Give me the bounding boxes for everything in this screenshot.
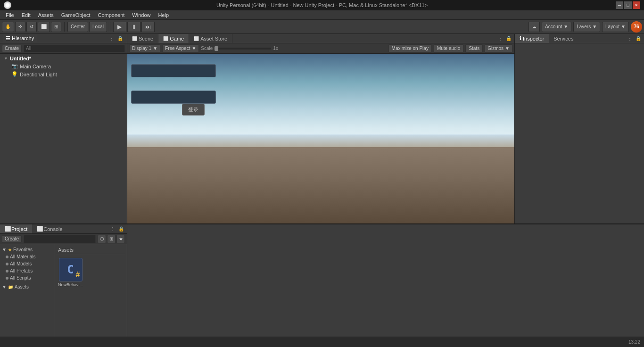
hierarchy-tab[interactable]: ☰ Hierarchy <box>3 34 37 42</box>
hierarchy-item-maincamera[interactable]: 📷 Main Camera <box>0 62 127 70</box>
project-panel: ⬜ Project ⬜ Console ⋮ 🔒 Create ⬡ <box>0 224 127 347</box>
ground-plane <box>127 147 514 223</box>
scene-options-button[interactable]: ⋮ <box>496 35 504 42</box>
hand-tool-button[interactable]: ✋ <box>2 22 14 32</box>
aspect-label: Free Aspect <box>165 46 190 51</box>
rotate-tool-button[interactable]: ↺ <box>26 22 37 32</box>
display-dropdown[interactable]: Display 1 ▼ <box>129 44 160 53</box>
inspector-tab[interactable]: ℹ Inspector <box>515 34 549 43</box>
right-tabs: ℹ Inspector Services ⋮ 🔒 <box>515 34 644 43</box>
menu-gameobject[interactable]: GameObject <box>58 11 94 19</box>
maximize-button[interactable]: □ <box>624 1 632 9</box>
hierarchy-options-button[interactable]: ⋮ <box>108 35 116 42</box>
project-label-button[interactable]: ⊞ <box>107 235 116 243</box>
aspect-dropdown[interactable]: Free Aspect ▼ <box>162 44 199 53</box>
menu-assets[interactable]: Assets <box>34 11 58 19</box>
transform-tool-button[interactable]: ⊞ <box>51 22 61 32</box>
gizmos-dropdown[interactable]: Gizmos ▼ <box>485 44 512 53</box>
menu-file[interactable]: File <box>2 11 18 19</box>
center-button[interactable]: Center <box>67 22 88 32</box>
sidebar-all-materials[interactable]: All Materials <box>0 253 54 260</box>
layout-chevron-icon: ▼ <box>621 24 626 29</box>
inspector-lock-button[interactable]: 🔒 <box>635 35 642 42</box>
project-lock-button[interactable]: 🔒 <box>117 225 125 233</box>
game-tab[interactable]: ⬜ Game <box>158 34 189 43</box>
account-dropdown[interactable]: Account ▼ <box>542 22 571 32</box>
rect-tool-button[interactable]: ⬜ <box>38 22 50 32</box>
game-scene: 登录 <box>127 54 514 223</box>
account-chevron-icon: ▼ <box>563 24 568 29</box>
minimize-button[interactable]: ─ <box>616 1 623 9</box>
scale-slider[interactable] <box>215 48 271 50</box>
game-tab-label: Game <box>170 36 184 41</box>
sidebar-all-models[interactable]: All Models <box>0 260 54 267</box>
project-tab[interactable]: ⬜ Project <box>0 224 32 233</box>
maximize-on-play-button[interactable]: Maximize on Play <box>388 44 432 53</box>
project-star-button[interactable]: ★ <box>116 235 125 243</box>
assets-label: Assets <box>15 284 29 289</box>
scene-tab[interactable]: ⬜ Scene <box>127 34 158 43</box>
project-options-button[interactable]: ⋮ <box>109 225 116 233</box>
hierarchy-item-directionallight[interactable]: 💡 Directional Light <box>0 70 127 78</box>
menu-component[interactable]: Component <box>94 11 128 19</box>
toolbar-right: ☁ Account ▼ Layers ▼ Layout ▼ 76 <box>528 21 642 33</box>
scene-tab-label: Scene <box>139 36 153 41</box>
hierarchy-search-input[interactable] <box>24 45 125 52</box>
favorites-section-header[interactable]: ▼ ★ Favorites <box>0 246 54 253</box>
asset-item-name: NewBehavi... <box>58 282 83 287</box>
menu-help[interactable]: Help <box>154 11 173 19</box>
layout-dropdown[interactable]: Layout ▼ <box>602 22 629 32</box>
hierarchy-create-button[interactable]: Create <box>2 45 22 52</box>
scene-lock-button[interactable]: 🔒 <box>505 35 512 42</box>
game-tab-icon: ⬜ <box>163 36 168 41</box>
stats-button[interactable]: Stats <box>465 44 483 53</box>
scene-tabs-right: ⋮ 🔒 <box>496 35 514 42</box>
asset-item-newbehaviour[interactable]: C # NewBehavi... <box>58 258 83 287</box>
project-tab-icon: ⬜ <box>5 226 11 232</box>
status-right: 13:22 <box>628 339 640 345</box>
inspector-options-button[interactable]: ⋮ <box>626 35 634 42</box>
move-tool-button[interactable]: ✛ <box>15 22 25 32</box>
hierarchy-lock-button[interactable]: 🔒 <box>116 35 124 42</box>
project-create-button[interactable]: Create <box>2 235 22 243</box>
game-viewport: 登录 <box>127 54 514 223</box>
play-button[interactable]: ▶ <box>113 22 126 32</box>
toolbar: ✋ ✛ ↺ ⬜ ⊞ Center Local ▶ ⏸ ⏭ ☁ Account ▼… <box>0 20 644 34</box>
all-models-label: All Models <box>10 261 32 266</box>
unity-icon <box>4 1 11 9</box>
expand-icon: ▼ <box>4 56 8 61</box>
pause-button[interactable]: ⏸ <box>127 22 140 32</box>
hierarchy-scene-root[interactable]: ▼ Untitled* <box>0 55 127 62</box>
sidebar-all-prefabs[interactable]: All Prefabs <box>0 267 54 274</box>
assets-section-header[interactable]: ▼ 📁 Assets <box>0 283 54 290</box>
project-folder-button[interactable]: ⬡ <box>98 235 106 243</box>
mute-audio-button[interactable]: Mute audio <box>434 44 463 53</box>
close-button[interactable]: ✕ <box>633 1 640 9</box>
cloud-button[interactable]: ☁ <box>528 22 540 32</box>
asset-store-tab[interactable]: ⬜ Asset Store <box>189 34 232 43</box>
services-tab[interactable]: Services <box>549 34 578 43</box>
sidebar-all-scripts[interactable]: All Scripts <box>0 274 54 281</box>
user-avatar[interactable]: 76 <box>631 21 642 33</box>
menu-window[interactable]: Window <box>128 11 154 19</box>
local-button[interactable]: Local <box>89 22 107 32</box>
pivot-tools: Center Local <box>67 22 107 32</box>
toolbar-separator-2 <box>110 22 110 32</box>
layers-dropdown[interactable]: Layers ▼ <box>573 22 600 32</box>
step-button[interactable]: ⏭ <box>141 22 155 32</box>
scene-tab-icon: ⬜ <box>132 36 137 41</box>
project-tab-icons: ⋮ 🔒 <box>109 225 127 233</box>
game-right-buttons: Maximize on Play Mute audio Stats Gizmos… <box>388 44 512 53</box>
menu-edit[interactable]: Edit <box>18 11 34 19</box>
scale-label: Scale <box>201 46 213 51</box>
assets-folder-icon: 📁 <box>8 285 13 289</box>
game-ui-input1 <box>131 64 216 77</box>
layout-label: Layout <box>605 24 619 29</box>
hash-text-icon: # <box>76 271 80 279</box>
inspector-tab-label: Inspector <box>523 36 544 41</box>
csharp-asset-icon: C # <box>59 258 83 281</box>
right-panel: ℹ Inspector Services ⋮ 🔒 <box>514 34 644 223</box>
console-tab[interactable]: ⬜ Console <box>32 224 67 233</box>
scale-value: 1x <box>273 46 278 51</box>
project-search-input[interactable] <box>24 235 96 243</box>
